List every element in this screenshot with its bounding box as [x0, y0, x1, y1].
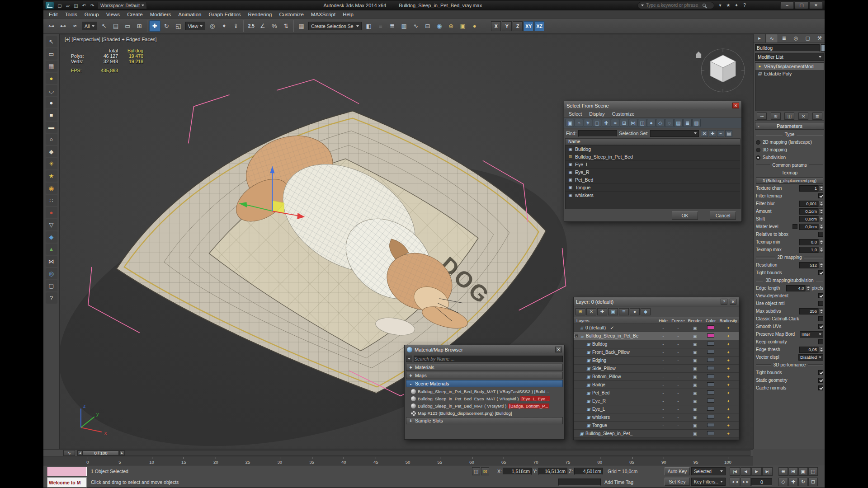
material-row[interactable]: Bulldog_Sleep_in_Pet_Bed_Body_MAT ( VRay…: [405, 388, 564, 395]
radiosity-icon[interactable]: ✦: [726, 350, 730, 355]
radiosity-icon[interactable]: ✦: [726, 383, 730, 387]
render-toggle-icon[interactable]: ▣: [693, 383, 697, 387]
set-key-button[interactable]: Set Key: [665, 478, 690, 486]
display-shapes-icon[interactable]: ○: [575, 119, 583, 127]
radiosity-icon[interactable]: ✦: [726, 334, 730, 338]
display-containers-icon[interactable]: ◫: [638, 119, 646, 127]
undo-icon[interactable]: ↶: [80, 2, 88, 9]
spinner[interactable]: 256: [799, 308, 823, 314]
render-toggle-icon[interactable]: ▣: [693, 342, 697, 347]
checkbox[interactable]: [818, 370, 823, 375]
column-chooser-icon[interactable]: ▥: [692, 119, 701, 127]
hide-toggle[interactable]: -: [656, 423, 670, 428]
spinner[interactable]: 512: [799, 262, 823, 268]
window-crossing-icon[interactable]: ⊞: [134, 20, 145, 32]
layer-color-swatch[interactable]: [707, 431, 714, 435]
selection-lock-icon[interactable]: ⊠: [481, 467, 489, 475]
set-current-layer-icon[interactable]: ≣: [619, 308, 629, 315]
play-button[interactable]: ▶: [751, 467, 762, 476]
freeze-toggle[interactable]: -: [670, 333, 686, 338]
select-and-link-icon[interactable]: ⊶: [46, 20, 57, 32]
tab-utilities-icon[interactable]: ⚒: [814, 34, 825, 42]
ribbon-icon[interactable]: ▥: [398, 20, 410, 32]
spinner-arrows-icon[interactable]: [818, 262, 823, 268]
cancel-button[interactable]: Cancel: [710, 211, 736, 220]
key-mode-button[interactable]: ◄◄: [730, 478, 740, 486]
radiosity-icon[interactable]: ✦: [726, 415, 730, 420]
previous-frame-button[interactable]: ◀: [741, 467, 751, 476]
hide-toggle[interactable]: -: [656, 342, 670, 347]
spinner[interactable]: 0,0cm: [799, 224, 823, 230]
axis-constraint-button[interactable]: Y: [502, 21, 512, 31]
freeze-toggle[interactable]: -: [670, 382, 686, 387]
x-coordinate-field[interactable]: [503, 468, 532, 475]
layer-row[interactable]: - Bulldog_Sleep_in_Pet_Be - - ▣ ✦: [574, 332, 739, 340]
menu-item[interactable]: Modifiers: [146, 10, 175, 18]
communication-center-icon[interactable]: ★: [724, 2, 732, 9]
mirror-icon[interactable]: ◧: [363, 20, 374, 32]
freeze-toggle[interactable]: -: [670, 399, 686, 404]
tab-hierarchy-icon[interactable]: ≣: [778, 34, 790, 42]
close-icon[interactable]: ✕: [555, 347, 562, 352]
isolate-selection-icon[interactable]: ◫: [472, 467, 480, 475]
checkbox[interactable]: [818, 316, 823, 321]
help-icon[interactable]: ?: [721, 299, 727, 305]
layer-row[interactable]: Bottom_Pillow - - ▣ ✦: [574, 373, 739, 381]
unlink-selection-icon[interactable]: ⊷: [57, 20, 69, 32]
layer-color-swatch[interactable]: [707, 358, 714, 362]
scene-object-row[interactable]: whiskers: [566, 192, 740, 199]
edit-named-selections-icon[interactable]: ▦: [296, 20, 307, 32]
material-search-input[interactable]: [414, 356, 563, 362]
subtract-selection-set-icon[interactable]: −: [717, 130, 724, 137]
display-spacewarps-icon[interactable]: ≈: [611, 119, 619, 127]
freeze-all-icon[interactable]: ◆: [641, 308, 651, 315]
bones-icon[interactable]: ⋈: [46, 256, 57, 267]
modifier-stack-item[interactable]: VRayDisplacementMod: [755, 63, 824, 70]
collapse-icon[interactable]: -: [574, 334, 578, 338]
menu-item[interactable]: Create: [123, 10, 146, 18]
save-file-icon[interactable]: ◫: [72, 2, 80, 9]
dialog-titlebar[interactable]: Select From Scene ✕: [564, 101, 741, 110]
layer-row[interactable]: whiskers - - ▣ ✦: [574, 413, 739, 422]
spinner-arrows-icon[interactable]: [818, 308, 823, 314]
menu-item[interactable]: Group: [81, 10, 103, 18]
menu-item[interactable]: Views: [103, 10, 123, 18]
new-layer-icon[interactable]: ⊕: [576, 308, 585, 315]
display-lights-icon[interactable]: ☀: [584, 119, 592, 127]
time-slider-handle[interactable]: 0 / 100: [83, 450, 119, 455]
select-tool-icon[interactable]: ↖: [46, 36, 57, 47]
spinner-arrows-icon[interactable]: [805, 285, 810, 291]
layer-row[interactable]: Bulldog - - ▣ ✦: [574, 340, 739, 348]
freeze-toggle[interactable]: -: [670, 358, 686, 363]
make-unique-icon[interactable]: ◫: [784, 113, 794, 120]
radiosity-icon[interactable]: ✦: [726, 407, 730, 412]
pin-stack-icon[interactable]: ⊸: [757, 113, 767, 120]
modifier-icon[interactable]: [757, 71, 762, 76]
browser-options-icon[interactable]: [406, 356, 412, 362]
texmap-button[interactable]: 3 (Bulldog_displacement.png): [756, 177, 823, 184]
spinner[interactable]: 1,0: [799, 247, 823, 253]
render-toggle-icon[interactable]: ▣: [693, 375, 697, 379]
parameters-rollout[interactable]: - Parameters: [755, 122, 824, 130]
render-toggle-icon[interactable]: ▣: [693, 326, 697, 330]
layer-manager-icon[interactable]: ≣: [387, 20, 398, 32]
material-row[interactable]: Bulldog_Sleep_in_Pet_Bed_MAT ( VRayMtl )…: [405, 402, 564, 409]
radiosity-icon[interactable]: ✦: [726, 366, 730, 371]
sphere-primitive-icon[interactable]: ●: [46, 97, 57, 108]
display-cameras-icon[interactable]: ▢: [593, 119, 601, 127]
dialog-titlebar[interactable]: Material/Map Browser ✕: [405, 345, 564, 354]
flask-icon[interactable]: ▽: [46, 219, 57, 230]
reference-coordinate-dropdown[interactable]: View: [185, 22, 206, 30]
display-bones-icon[interactable]: ⋈: [629, 119, 637, 127]
lock-selection-set-icon[interactable]: ⊠: [701, 130, 708, 137]
layer-color-swatch[interactable]: [707, 390, 714, 394]
view-cube[interactable]: [696, 49, 745, 92]
freeze-toggle[interactable]: -: [670, 350, 686, 355]
water-drop-icon[interactable]: ◆: [46, 231, 57, 243]
freeze-toggle[interactable]: -: [670, 423, 686, 428]
angle-snap-icon[interactable]: ∠: [257, 20, 268, 32]
radiosity-icon[interactable]: ✦: [726, 342, 730, 347]
align-icon[interactable]: ≡: [375, 20, 386, 32]
zoom-all-icon[interactable]: ⊞: [788, 467, 798, 476]
rectangular-selection-icon[interactable]: ▭: [122, 20, 133, 32]
